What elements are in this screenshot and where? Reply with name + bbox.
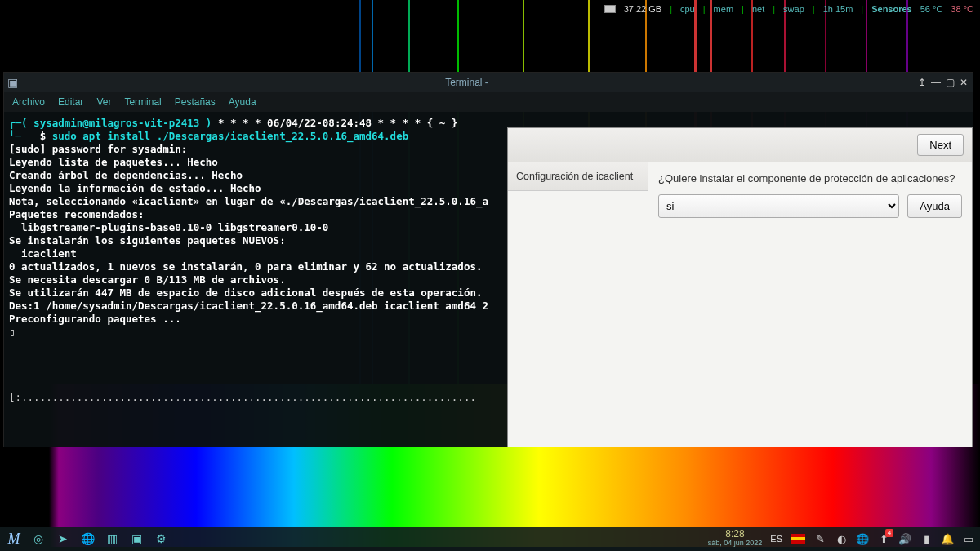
config-dialog: Next Configuración de icaclient ¿Quiere … <box>507 127 973 447</box>
keyboard-lang[interactable]: ES <box>770 534 782 544</box>
keep-above-icon[interactable]: ↥ <box>918 77 926 88</box>
clock[interactable]: 8:28 sáb, 04 jun 2022 <box>708 530 763 548</box>
globe-icon[interactable]: 🌐 <box>78 530 96 548</box>
bottom-taskbar: M ◎ ➤ 🌐 ▥ ▣ ⚙ 8:28 sáb, 04 jun 2022 ES ✎… <box>0 527 980 551</box>
terminal-titlebar[interactable]: ▣ Terminal - ↥ — ▢ ✕ <box>4 73 973 92</box>
notifications-icon[interactable]: 🔔 <box>941 532 954 545</box>
settings-icon[interactable]: ⚙ <box>152 530 170 548</box>
uptime: 1h 15m <box>823 4 853 14</box>
menu-pestanas[interactable]: Pestañas <box>175 96 216 108</box>
flag-es-icon[interactable] <box>791 534 805 544</box>
sensors-label: Sensores <box>871 4 912 14</box>
updates-icon[interactable]: ⬆ <box>877 532 890 545</box>
menu-ver[interactable]: Ver <box>96 96 111 108</box>
protection-select[interactable]: si <box>658 194 899 218</box>
dialog-question: ¿Quiere instalar el componente de protec… <box>658 172 962 184</box>
next-button[interactable]: Next <box>917 134 964 156</box>
top-panel: 37,22 GB | cpu | mem | net | swap | 1h 1… <box>598 0 980 18</box>
files-icon[interactable]: ▥ <box>103 530 121 548</box>
terminal-title: Terminal - <box>20 77 913 88</box>
disk-icon <box>604 5 616 13</box>
menu-terminal[interactable]: Terminal <box>124 96 161 108</box>
command: sudo apt install ./Descargas/icaclient_2… <box>52 130 409 142</box>
dialog-header: Next <box>508 128 972 162</box>
close-icon[interactable]: ✕ <box>960 77 968 88</box>
cpu-label: cpu <box>680 4 695 14</box>
net-label: net <box>752 4 764 14</box>
disk-free: 37,22 GB <box>624 4 662 14</box>
sidebar-tab-icaclient[interactable]: Configuración de icaclient <box>508 162 648 191</box>
terminal-taskbar-icon[interactable]: ▣ <box>127 530 145 548</box>
battery-icon[interactable]: ▮ <box>920 532 933 545</box>
tray-icon-1[interactable]: ◐ <box>835 532 848 545</box>
menu-launcher-icon[interactable]: M <box>5 530 23 548</box>
app-icon-1[interactable]: ◎ <box>29 530 47 548</box>
minimize-icon[interactable]: — <box>931 77 941 88</box>
show-desktop-icon[interactable]: ▭ <box>962 532 975 545</box>
maximize-icon[interactable]: ▢ <box>946 77 955 88</box>
menu-archivo[interactable]: Archivo <box>12 96 45 108</box>
terminal-menubar: Archivo Editar Ver Terminal Pestañas Ayu… <box>4 92 973 112</box>
temp-1: 56 °C <box>920 4 943 14</box>
picker-icon[interactable]: ✎ <box>813 532 826 545</box>
menu-editar[interactable]: Editar <box>58 96 83 108</box>
volume-icon[interactable]: 🔊 <box>898 532 911 545</box>
help-button[interactable]: Ayuda <box>907 194 962 218</box>
temp-2: 38 °C <box>951 4 973 14</box>
swap-label: swap <box>783 4 804 14</box>
menu-ayuda[interactable]: Ayuda <box>229 96 256 108</box>
progress-line: [:......................................… <box>9 391 476 403</box>
dialog-sidebar: Configuración de icaclient <box>508 162 648 447</box>
telegram-icon[interactable]: ➤ <box>54 530 72 548</box>
dialog-main: ¿Quiere instalar el componente de protec… <box>648 162 972 447</box>
mem-label: mem <box>714 4 733 14</box>
network-tray-icon[interactable]: 🌐 <box>856 532 869 545</box>
terminal-app-icon: ▣ <box>4 76 20 89</box>
